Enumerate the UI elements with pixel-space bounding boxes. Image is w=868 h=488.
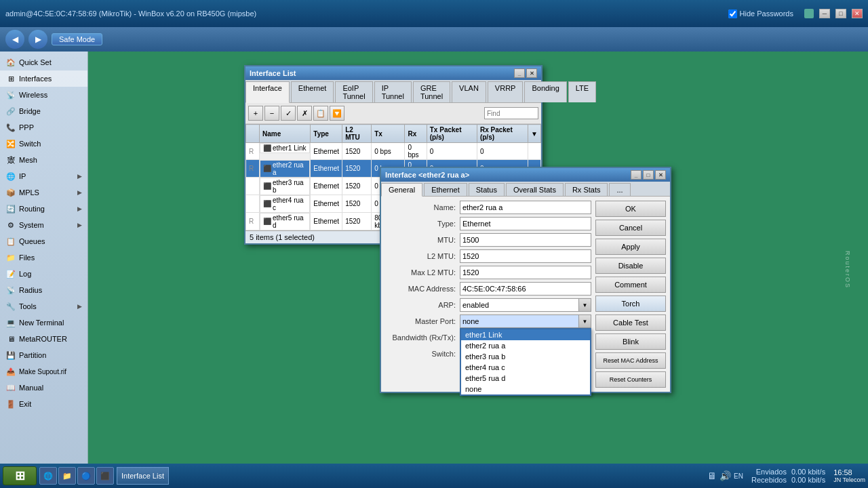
close-button[interactable]: ✕: [852, 9, 863, 18]
ok-button[interactable]: OK: [595, 201, 666, 217]
cable-test-button[interactable]: Cable Test: [595, 314, 666, 331]
master-port-arrow[interactable]: ▼: [579, 314, 591, 328]
dropdown-option-ether4[interactable]: ether4 rua c: [461, 362, 590, 373]
tab-eoip-tunnel[interactable]: EoIP Tunnel: [335, 81, 372, 102]
dropdown-option-none[interactable]: none: [461, 384, 590, 394]
detail-tab-ethernet[interactable]: Ethernet: [424, 183, 467, 196]
apply-button[interactable]: Apply: [595, 239, 666, 255]
minimize-btn[interactable]: _: [514, 68, 525, 78]
tab-ip-tunnel[interactable]: IP Tunnel: [374, 81, 412, 102]
terminal2-icon[interactable]: ⬛: [96, 467, 114, 485]
disable-button[interactable]: ✗: [297, 106, 312, 121]
name-input[interactable]: [460, 201, 591, 214]
dropdown-option-ether2[interactable]: ether2 rua a: [461, 340, 590, 351]
sidebar-item-system[interactable]: ⚙ System ▶: [0, 217, 87, 233]
sidebar-item-mesh[interactable]: 🕸 Mesh: [0, 152, 87, 168]
sidebar-item-mpls[interactable]: 📦 MPLS ▶: [0, 184, 87, 201]
dropdown-option-ether1[interactable]: ether1 Link: [461, 329, 590, 340]
tab-interface[interactable]: Interface: [245, 81, 290, 103]
sidebar-item-routing[interactable]: 🔄 Routing ▶: [0, 201, 87, 217]
col-tx-pkt[interactable]: Tx Packet (p/s): [427, 125, 477, 143]
type-input[interactable]: [460, 217, 591, 230]
arp-dropdown-arrow[interactable]: ▼: [579, 298, 591, 312]
start-button[interactable]: ⊞: [3, 466, 37, 485]
sidebar-item-exit[interactable]: 🚪 Exit: [0, 396, 87, 412]
tab-lte[interactable]: LTE: [568, 81, 596, 102]
reset-mac-button[interactable]: Reset MAC Address: [595, 352, 666, 369]
table-row[interactable]: R ⬛ ether1 Link Ethernet 1520 0 bps 0 bp…: [246, 143, 541, 160]
status-received-label: Recebidos 0.00 kbit/s: [751, 476, 825, 484]
hide-passwords-checkbox[interactable]: [728, 9, 737, 18]
col-sort[interactable]: ▼: [528, 125, 541, 143]
mac-input[interactable]: [460, 282, 591, 296]
taskbar-interface-list[interactable]: Interface List: [117, 467, 169, 485]
col-rx[interactable]: Rx: [405, 125, 427, 143]
filter-button[interactable]: 🔽: [330, 106, 344, 121]
cancel-button[interactable]: Cancel: [595, 220, 666, 236]
col-tx[interactable]: Tx: [372, 125, 405, 143]
sidebar-item-wireless[interactable]: 📡 Wireless: [0, 87, 87, 103]
folder-icon[interactable]: 📁: [58, 467, 76, 485]
sidebar-item-log[interactable]: 📝 Log: [0, 266, 87, 282]
col-l2mtu[interactable]: L2 MTU: [342, 125, 372, 143]
sidebar-item-queues[interactable]: 📋 Queues: [0, 233, 87, 249]
detail-tab-rx-stats[interactable]: Rx Stats: [565, 183, 608, 196]
max-l2mtu-input[interactable]: [460, 266, 591, 279]
tab-gre-tunnel[interactable]: GRE Tunnel: [413, 81, 450, 102]
sidebar-item-files[interactable]: 📁 Files: [0, 249, 87, 266]
dropdown-option-ether3[interactable]: ether3 rua b: [461, 351, 590, 362]
sidebar-item-interfaces[interactable]: ⊞ Interfaces: [0, 70, 87, 87]
reset-counters-button[interactable]: Reset Counters: [595, 371, 666, 388]
minimize-button[interactable]: ─: [819, 9, 830, 18]
detail-tab-status[interactable]: Status: [469, 183, 505, 196]
comment-button[interactable]: Comment: [595, 277, 666, 293]
tab-bonding[interactable]: Bonding: [524, 81, 566, 102]
detail-tab-more[interactable]: ...: [609, 183, 630, 196]
ie-icon[interactable]: 🔵: [77, 467, 95, 485]
sidebar-item-tools[interactable]: 🔧 Tools ▶: [0, 298, 87, 314]
tab-ethernet[interactable]: Ethernet: [291, 81, 334, 102]
sidebar-item-bridge[interactable]: 🔗 Bridge: [0, 103, 87, 119]
system-icon: ⚙: [5, 220, 16, 230]
sidebar-item-ppp[interactable]: 📞 PPP: [0, 119, 87, 136]
sidebar-item-new-terminal[interactable]: 💻 New Terminal: [0, 314, 87, 331]
arp-input[interactable]: [460, 298, 579, 312]
sidebar-item-quick-set[interactable]: 🏠 Quick Set: [0, 54, 87, 70]
detail-close-btn[interactable]: ✕: [655, 170, 666, 180]
col-name[interactable]: Name: [260, 125, 311, 143]
sidebar-item-ip[interactable]: 🌐 IP ▶: [0, 168, 87, 184]
sidebar-item-manual[interactable]: 📖 Manual: [0, 380, 87, 396]
find-input[interactable]: [484, 107, 538, 119]
copy-button[interactable]: 📋: [313, 106, 328, 121]
back-button[interactable]: ◀: [5, 30, 24, 49]
remove-button[interactable]: −: [264, 106, 279, 121]
close-btn[interactable]: ✕: [526, 68, 537, 78]
detail-minimize-btn[interactable]: _: [631, 170, 642, 180]
col-rx-pkt[interactable]: Rx Packet (p/s): [477, 125, 528, 143]
sidebar-item-switch[interactable]: 🔀 Switch: [0, 136, 87, 152]
safe-mode-button[interactable]: Safe Mode: [52, 33, 102, 45]
tab-vlan[interactable]: VLAN: [452, 81, 486, 102]
enable-button[interactable]: ✓: [281, 106, 296, 121]
forward-button[interactable]: ▶: [28, 30, 47, 49]
sidebar-item-make-supout[interactable]: 📤 Make Supout.rif: [0, 363, 87, 380]
l2mtu-input[interactable]: [460, 249, 591, 263]
torch-button[interactable]: Torch: [595, 296, 666, 312]
hide-passwords-label[interactable]: Hide Passwords: [728, 9, 793, 18]
detail-tab-general[interactable]: General: [381, 183, 422, 197]
col-type[interactable]: Type: [311, 125, 342, 143]
sidebar-item-radius[interactable]: 📡 Radius: [0, 282, 87, 298]
mtu-input[interactable]: [460, 233, 591, 247]
tab-vrrp[interactable]: VRRP: [488, 81, 524, 102]
disable-button[interactable]: Disable: [595, 258, 666, 274]
maximize-button[interactable]: □: [835, 9, 846, 18]
browser-icon[interactable]: 🌐: [39, 467, 57, 485]
sidebar-item-metarouter[interactable]: 🖥 MetaROUTER: [0, 331, 87, 347]
detail-maximize-btn[interactable]: □: [643, 170, 654, 180]
add-button[interactable]: +: [248, 106, 263, 121]
blink-button[interactable]: Blink: [595, 333, 666, 350]
master-port-input[interactable]: [460, 314, 579, 328]
detail-tab-overall-stats[interactable]: Overall Stats: [506, 183, 564, 196]
dropdown-option-ether5[interactable]: ether5 rua d: [461, 373, 590, 384]
sidebar-item-partition[interactable]: 💾 Partition: [0, 347, 87, 363]
